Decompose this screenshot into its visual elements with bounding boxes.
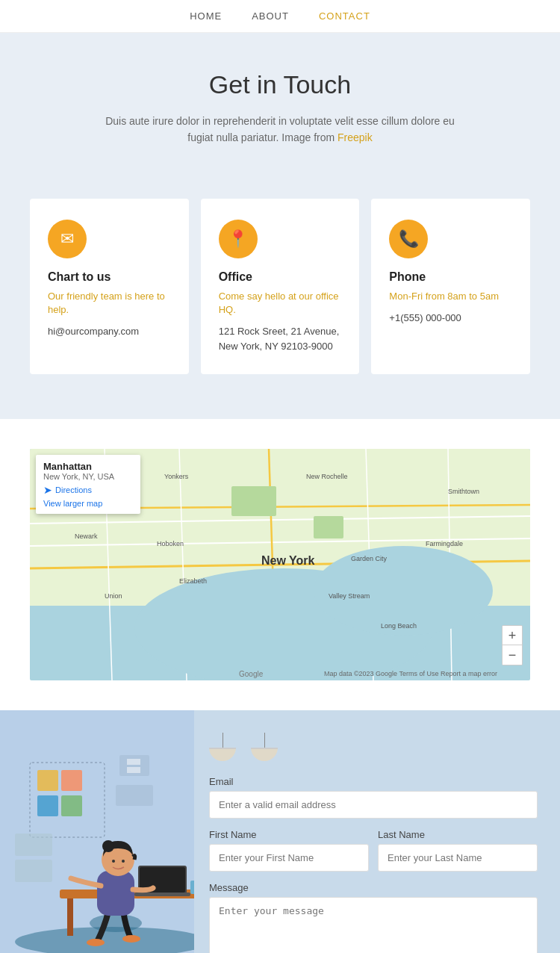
svg-text:New Rochelle: New Rochelle <box>306 473 348 480</box>
contact-form-area: Email First Name Last Name Message MAKE … <box>194 710 560 953</box>
main-nav: HOME ABOUT CONTACT <box>0 0 560 33</box>
svg-rect-38 <box>15 834 52 856</box>
svg-rect-30 <box>127 759 140 765</box>
cards-container: ✉ Chart to us Our friendly team is here … <box>30 199 530 374</box>
svg-rect-32 <box>116 785 153 806</box>
form-illustration <box>0 710 194 953</box>
map-zoom-in-button[interactable]: + <box>503 626 522 645</box>
light-cord-2 <box>264 733 265 748</box>
light-2 <box>251 733 278 761</box>
svg-point-49 <box>87 939 105 946</box>
nav-home[interactable]: HOME <box>190 10 222 22</box>
svg-text:Long Beach: Long Beach <box>381 622 417 630</box>
svg-text:Newark: Newark <box>75 533 98 540</box>
card-chat-subtitle: Our friendly team is here to help. <box>48 290 171 317</box>
svg-rect-39 <box>15 860 52 882</box>
illustration-svg <box>0 710 194 953</box>
svg-point-53 <box>102 840 114 852</box>
card-office-title: Office <box>219 270 342 284</box>
svg-rect-31 <box>127 767 140 773</box>
map-popup: Manhattan New York, NY, USA ➤ Directions… <box>36 455 140 514</box>
svg-text:Google: Google <box>239 670 264 678</box>
svg-point-54 <box>112 860 115 863</box>
card-phone-subtitle: Mon-Fri from 8am to 5am <box>389 290 512 303</box>
hero-description: Duis aute irure dolor in reprehenderit i… <box>101 113 459 146</box>
chat-icon: ✉ <box>48 220 87 258</box>
card-phone-detail: +1(555) 000-000 <box>389 311 512 326</box>
svg-point-48 <box>90 914 142 932</box>
svg-rect-13 <box>231 486 276 516</box>
email-group: Email <box>209 776 538 819</box>
nav-contact[interactable]: CONTACT <box>319 10 370 22</box>
first-name-input[interactable] <box>209 844 369 872</box>
location-icon: 📍 <box>219 220 258 258</box>
svg-text:Farmingdale: Farmingdale <box>426 540 463 547</box>
card-office: 📍 Office Come say hello at our office HQ… <box>201 199 360 374</box>
card-phone-title: Phone <box>389 270 512 284</box>
map-view-larger-link[interactable]: View larger map <box>43 499 133 508</box>
map-zoom-controls: + − <box>502 625 523 665</box>
phone-icon: 📞 <box>389 220 428 258</box>
svg-point-55 <box>122 860 125 863</box>
light-1 <box>209 733 236 761</box>
last-name-input[interactable] <box>378 844 538 872</box>
form-section: Email First Name Last Name Message MAKE … <box>0 710 560 953</box>
freepik-link-hero[interactable]: Freepik <box>337 131 373 143</box>
hero-section: Get in Touch Duis aute irure dolor in re… <box>0 33 560 176</box>
svg-point-50 <box>122 935 140 943</box>
svg-text:New York: New York <box>261 554 315 567</box>
first-name-label: First Name <box>209 829 369 840</box>
svg-rect-14 <box>314 516 343 538</box>
message-label: Message <box>209 882 538 893</box>
svg-rect-47 <box>134 893 190 896</box>
map-place-name: Manhattan <box>43 461 133 472</box>
light-shade-2 <box>251 748 278 761</box>
card-phone: 📞 Phone Mon-Fri from 8am to 5am +1(555) … <box>371 199 530 374</box>
card-office-subtitle: Come say hello at our office HQ. <box>219 290 342 317</box>
svg-rect-44 <box>190 881 194 894</box>
svg-text:Union: Union <box>105 592 122 600</box>
svg-text:Smithtown: Smithtown <box>448 488 479 495</box>
svg-text:Elizabeth: Elizabeth <box>179 577 207 585</box>
card-chat-detail: hi@ourcompany.com <box>48 324 171 339</box>
name-row: First Name Last Name <box>209 829 538 872</box>
svg-text:Garden City: Garden City <box>351 555 388 562</box>
map-attribution: Map data ©2023 Google Terms of Use Repor… <box>324 670 497 677</box>
svg-rect-35 <box>61 770 82 791</box>
email-label: Email <box>209 776 538 787</box>
svg-text:Yonkers: Yonkers <box>164 473 189 480</box>
card-office-detail: 121 Rock Sreet, 21 Avenue, New York, NY … <box>219 324 342 353</box>
svg-rect-36 <box>37 795 58 816</box>
map-container[interactable]: New York Paterson Yonkers New Rochelle S… <box>30 449 530 680</box>
light-shade-1 <box>209 748 236 761</box>
cards-section: ✉ Chart to us Our friendly team is here … <box>0 176 560 419</box>
card-chat-title: Chart to us <box>48 270 171 284</box>
svg-text:Valley Stream: Valley Stream <box>329 592 370 600</box>
ceiling-lights <box>209 733 538 761</box>
last-name-label: Last Name <box>378 829 538 840</box>
svg-rect-37 <box>61 795 82 816</box>
light-cord-1 <box>223 733 223 748</box>
card-chat: ✉ Chart to us Our friendly team is here … <box>30 199 189 374</box>
message-input[interactable] <box>209 897 538 953</box>
last-name-group: Last Name <box>378 829 538 872</box>
svg-rect-42 <box>67 898 73 936</box>
svg-text:Hoboken: Hoboken <box>157 540 184 547</box>
map-zoom-out-button[interactable]: − <box>503 645 522 665</box>
map-section: New York Paterson Yonkers New Rochelle S… <box>0 419 560 680</box>
first-name-group: First Name <box>209 829 369 872</box>
page-title: Get in Touch <box>30 70 530 99</box>
nav-about[interactable]: ABOUT <box>252 10 289 22</box>
message-group: Message <box>209 882 538 953</box>
map-directions-btn[interactable]: ➤ Directions <box>43 484 133 496</box>
map-place-sub: New York, NY, USA <box>43 472 133 481</box>
svg-rect-34 <box>37 770 58 791</box>
email-input[interactable] <box>209 791 538 819</box>
directions-icon: ➤ <box>43 484 52 496</box>
svg-rect-51 <box>97 871 134 916</box>
